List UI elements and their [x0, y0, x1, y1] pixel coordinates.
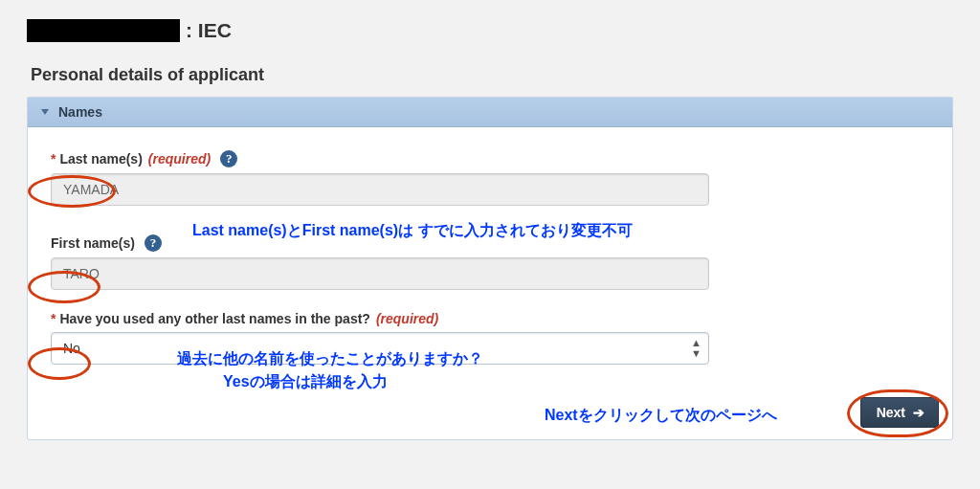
help-icon[interactable]: ?: [220, 150, 237, 167]
first-name-label-text: First name(s): [51, 235, 135, 251]
page-subheading: Personal details of applicant: [31, 65, 953, 85]
required-star-icon: *: [51, 311, 56, 326]
last-name-label: * Last name(s) (required) ?: [51, 150, 929, 167]
heading-suffix: : IEC: [186, 19, 232, 42]
required-star-icon: *: [51, 151, 56, 167]
required-word: (required): [376, 311, 438, 326]
annotation-past-names-yes: Yesの場合は詳細を入力: [223, 372, 388, 392]
annotation-names-locked: Last name(s)とFirst name(s)は すでに入力されており変更…: [192, 221, 633, 241]
first-name-input: [51, 257, 709, 290]
required-word: (required): [148, 151, 211, 167]
names-panel: Names * Last name(s) (required) ? Last n…: [27, 97, 953, 440]
other-last-names-label-text: Have you used any other last names in th…: [59, 311, 369, 326]
panel-title: Names: [58, 104, 102, 120]
last-name-label-text: Last name(s): [59, 151, 142, 167]
annotation-past-names-question: 過去に他の名前を使ったことがありますか？: [177, 349, 483, 369]
annotation-next-hint: Nextをクリックして次のページへ: [545, 406, 777, 426]
names-panel-header[interactable]: Names: [28, 98, 952, 127]
next-button[interactable]: Next ➔: [860, 397, 939, 428]
other-last-names-label: * Have you used any other last names in …: [51, 311, 929, 326]
page-heading: : IEC: [27, 19, 953, 42]
last-name-input: [51, 173, 709, 206]
arrow-right-icon: ➔: [913, 405, 924, 420]
help-icon[interactable]: ?: [145, 234, 162, 252]
redacted-block: [27, 19, 180, 42]
next-button-label: Next: [877, 405, 905, 420]
collapse-triangle-icon: [41, 109, 49, 115]
